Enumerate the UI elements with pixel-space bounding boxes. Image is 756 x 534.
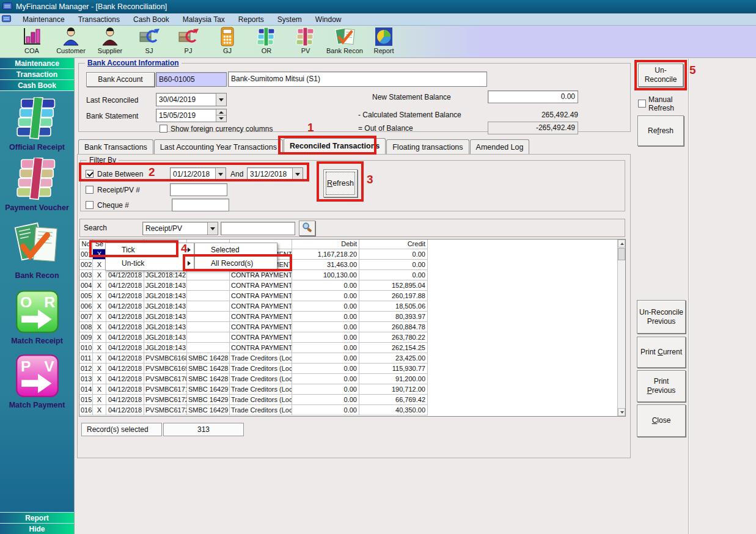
scroll-down-icon[interactable] <box>618 408 625 416</box>
cell-sel: X <box>93 270 106 280</box>
column-header-no[interactable]: No <box>79 240 93 249</box>
close-button[interactable]: Close <box>637 404 686 437</box>
menu-item-untick[interactable]: Un-tick <box>106 257 194 270</box>
cheque-input[interactable] <box>172 199 229 211</box>
table-row[interactable]: 011X04/12/2018PVSMBC6168SMBC 16428Trade … <box>79 353 625 364</box>
sidebar-section-cash-book[interactable]: Cash Book <box>0 80 74 91</box>
tab-floating-transactions[interactable]: Floating transactions <box>386 139 469 155</box>
column-header-credit[interactable]: Credit <box>359 240 428 249</box>
new-statement-balance-field[interactable]: 0.00 <box>488 90 578 103</box>
print-previous-button[interactable]: PrintPrevious <box>637 370 686 402</box>
menu-maintenance[interactable]: Maintenance <box>16 13 72 26</box>
sidebar-item-match-receipt[interactable]: OR Match Receipt <box>0 290 74 345</box>
date-between-checkbox[interactable] <box>86 170 94 178</box>
table-row[interactable]: 016X04/12/2018PVSMBC6173SMBC 16429Trade … <box>79 405 625 415</box>
tab-bank-transactions[interactable]: Bank Transactions <box>78 139 153 155</box>
receipt-pv-checkbox[interactable] <box>86 186 94 194</box>
table-row[interactable]: 015X04/12/2018PVSMBC6172SMBC 16429Trade … <box>79 395 625 405</box>
toolbar-bank-recon[interactable]: Bank Recon <box>325 27 364 54</box>
print-current-button[interactable]: Print Current <box>637 337 686 368</box>
chevron-down-icon[interactable] <box>216 93 226 106</box>
sidebar-footer-report[interactable]: Report <box>0 512 74 523</box>
scrollbar-thumb[interactable] <box>618 248 625 260</box>
search-field-combo[interactable]: Receipt/PV <box>142 222 218 235</box>
table-row[interactable]: 014X04/12/2018PVSMBC6171SMBC 16429Trade … <box>79 384 625 395</box>
menu-window[interactable]: Window <box>309 13 348 26</box>
toolbar-or[interactable]: OR <box>247 27 286 54</box>
menu-item-tick[interactable]: Tick <box>106 243 194 257</box>
toolbar-customer[interactable]: Customer <box>51 27 90 54</box>
sidebar-item-bank-recon[interactable]: Bank Recon <box>0 222 74 280</box>
bank-account-code-field[interactable]: B60-01005 <box>156 72 227 87</box>
bank-statement-date-spinner[interactable]: 15/05/2019 <box>156 109 227 122</box>
tab-last-accounting-year[interactable]: Last Accounting Year Transactions <box>154 139 283 155</box>
table-row[interactable]: 008X04/12/2018JGL2018:143CONTRA PAYMENT … <box>79 322 625 332</box>
chevron-down-icon[interactable] <box>207 222 218 235</box>
menu-transactions[interactable]: Transactions <box>72 13 127 26</box>
show-foreign-currency-checkbox[interactable] <box>160 125 167 133</box>
un-reconcile-previous-button[interactable]: Un-ReconcilePrevious <box>637 300 686 334</box>
table-row[interactable]: 010X04/12/2018JGL2018:143CONTRA PAYMENT … <box>79 343 625 353</box>
manual-refresh-checkbox[interactable] <box>638 100 646 108</box>
cell-credit: 190,712.00 <box>359 384 428 395</box>
tab-reconciled-transactions[interactable]: Reconciled Transactions <box>284 138 386 155</box>
menu-system[interactable]: System <box>271 13 309 26</box>
cell-debit: 31,463.00 <box>292 260 359 270</box>
toolbar-pv-label: PV <box>301 47 310 54</box>
menu-item-all-records[interactable]: All Record(s) <box>195 257 277 270</box>
chevron-down-icon[interactable] <box>215 168 226 180</box>
un-reconcile-button[interactable]: Un-Reconcile <box>638 64 683 87</box>
cheque-checkbox[interactable] <box>86 201 94 209</box>
spinner-up-icon[interactable] <box>216 109 226 115</box>
tab-amended-log[interactable]: Amended Log <box>470 139 530 155</box>
last-reconciled-label: Last Reconciled <box>86 96 138 104</box>
toolbar-coa-label: COA <box>24 47 39 54</box>
chevron-down-icon[interactable] <box>292 168 303 180</box>
receipt-pv-input[interactable] <box>170 183 227 196</box>
last-reconciled-date-combo[interactable]: 30/04/2019 <box>156 93 227 106</box>
toolbar-pj[interactable]: PJ <box>169 27 208 54</box>
cell-doc: PVSMBC6172 <box>144 395 187 405</box>
toolbar-supplier[interactable]: Supplier <box>90 27 130 54</box>
bank-account-button[interactable]: Bank Account <box>86 72 155 87</box>
cell-doc: JGL2018:142 <box>144 270 187 280</box>
payment-money-icon <box>295 27 317 46</box>
sidebar-item-match-payment[interactable]: PV Match Payment <box>0 354 74 409</box>
toolbar-report[interactable]: Report <box>364 27 403 54</box>
menu-cash-book[interactable]: Cash Book <box>127 13 176 26</box>
date-from-combo[interactable]: 01/12/2018 <box>170 167 226 181</box>
table-row[interactable]: 009X04/12/2018JGL2018:143CONTRA PAYMENT … <box>79 332 625 343</box>
bank-account-name-field[interactable]: Bank-Sumitomo Mitsui (S1) <box>228 71 487 87</box>
sidebar-footer-hide[interactable]: Hide <box>0 523 74 534</box>
table-row[interactable]: 013X04/12/2018PVSMBC6170SMBC 16428Trade … <box>79 374 625 384</box>
find-button[interactable] <box>299 221 315 236</box>
refresh-button[interactable]: Refresh <box>637 115 684 146</box>
table-row[interactable]: 003X04/12/2018JGL2018:142CONTRA PAYMENT … <box>79 270 625 280</box>
toolbar-gj[interactable]: GJ <box>208 27 247 54</box>
toolbar-sj[interactable]: SJ <box>130 27 169 54</box>
date-to-combo[interactable]: 31/12/2018 <box>247 167 303 181</box>
table-row[interactable]: 012X04/12/2018PVSMBC6169SMBC 16428Trade … <box>79 364 625 374</box>
filter-refresh-button[interactable]: Refresh <box>323 169 358 197</box>
sidebar-item-payment-voucher[interactable]: Payment Voucher <box>0 158 74 212</box>
search-query-input[interactable] <box>221 222 295 235</box>
table-row[interactable]: 007X04/12/2018JGL2018:143CONTRA PAYMENT … <box>79 312 625 322</box>
sidebar-item-official-receipt[interactable]: Official Receipt <box>0 97 74 152</box>
menu-reports[interactable]: Reports <box>232 13 271 26</box>
scroll-up-icon[interactable] <box>618 240 625 247</box>
toolbar-coa[interactable]: COA <box>12 27 51 54</box>
spinner-down-icon[interactable] <box>216 115 226 122</box>
sidebar-section-transaction[interactable]: Transaction <box>0 69 74 80</box>
table-row[interactable]: 006X04/12/2018JGL2018:143CONTRA PAYMENT … <box>79 301 625 312</box>
table-row[interactable]: 005X04/12/2018JGL2018:143CONTRA PAYMENT … <box>79 291 625 301</box>
toolbar-pv[interactable]: PV <box>286 27 325 54</box>
sidebar-section-maintenance[interactable]: Maintenance <box>0 58 74 69</box>
table-row[interactable]: 004X04/12/2018JGL2018:143CONTRA PAYMENT … <box>79 280 625 291</box>
cell-desc: CONTRA PAYMENT WIT <box>230 343 292 353</box>
menu-malaysia-tax[interactable]: Malaysia Tax <box>176 13 232 26</box>
column-header-sel[interactable]: Se <box>93 240 106 249</box>
menu-item-selected-records[interactable]: Selected Record(s) <box>195 243 277 257</box>
column-header-debit[interactable]: Debit <box>292 240 359 249</box>
menu-bar: Maintenance Transactions Cash Book Malay… <box>0 13 756 26</box>
vertical-scrollbar[interactable] <box>617 240 625 416</box>
